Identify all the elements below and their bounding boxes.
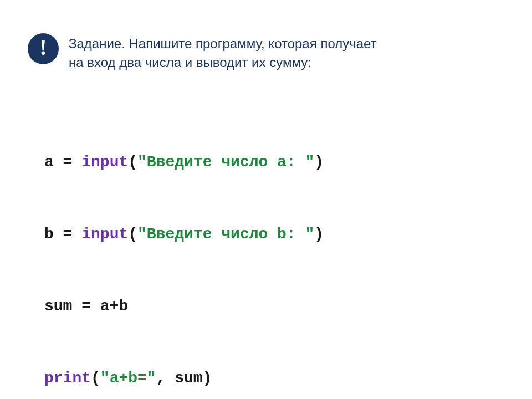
task-line2: на вход два числа и выводит их сумму: [69, 53, 377, 72]
code-line-4: print("a+b=", sum) [44, 366, 504, 390]
code-line-1: a = input("Введите число a: ") [44, 150, 504, 174]
code-text: , sum [156, 370, 203, 387]
code-text: ( [128, 226, 137, 243]
task-line1: Задание. Напишите программу, которая пол… [69, 34, 377, 53]
task-header: ! Задание. Напишите программу, которая п… [28, 33, 504, 71]
code-text: b = [44, 226, 81, 243]
code-text: ( [128, 154, 137, 171]
code-line-3: sum = a+b [44, 294, 504, 318]
code-text: ) [203, 370, 212, 387]
code-text: ) [314, 154, 324, 171]
code-text: sum = a+b [44, 298, 128, 315]
keyword-input: input [81, 226, 128, 243]
code-text: ) [314, 226, 324, 243]
exclamation-mark: ! [39, 37, 47, 59]
keyword-print: print [44, 370, 91, 387]
code-text: ( [91, 370, 100, 387]
task-description: Задание. Напишите программу, которая пол… [69, 33, 377, 71]
string-literal: "a+b=" [100, 370, 156, 387]
code-line-2: b = input("Введите число b: ") [44, 222, 504, 246]
string-literal: "Введите число b: " [137, 226, 314, 243]
code-block: a = input("Введите число a: ") b = input… [44, 102, 504, 399]
string-literal: "Введите число a: " [137, 154, 314, 171]
keyword-input: input [81, 154, 128, 171]
exclamation-icon: ! [28, 33, 59, 64]
code-text: a = [44, 154, 81, 171]
